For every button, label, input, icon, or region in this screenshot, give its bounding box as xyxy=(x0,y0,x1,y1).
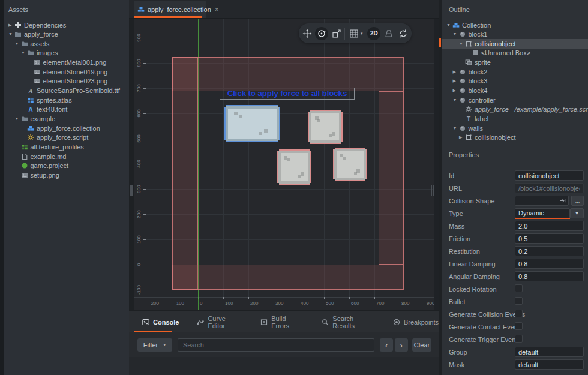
outline-collisionobject[interactable]: ▶collisionobject xyxy=(442,133,588,142)
clear-console-button[interactable]: Clear xyxy=(412,338,431,352)
asset-example[interactable]: ▼example xyxy=(4,114,129,124)
type-dropdown-value[interactable]: Dynamic xyxy=(515,208,570,218)
close-icon[interactable]: × xyxy=(215,5,219,14)
selection-handle[interactable] xyxy=(333,148,335,149)
rotate-tool-button[interactable] xyxy=(315,27,328,40)
checkbox-generate-trigger-events[interactable] xyxy=(515,335,523,343)
input-linear-damping[interactable] xyxy=(515,259,584,269)
asset-images[interactable]: ▼images xyxy=(4,48,129,58)
console-tab-search-results[interactable]: Search Results xyxy=(322,315,375,329)
tab-apply-force-collection[interactable]: apply_force.collection × xyxy=(134,1,206,18)
asset-elementmetal001-png[interactable]: elementMetal001.png xyxy=(4,58,129,67)
selection-handle[interactable] xyxy=(277,149,279,151)
collapse-arrow-icon[interactable]: ▼ xyxy=(8,29,13,39)
outline-collisionobject[interactable]: ▼collisionobject xyxy=(442,39,588,49)
selection-handle[interactable] xyxy=(365,179,367,181)
wall-left[interactable] xyxy=(172,57,198,290)
console-tab-console[interactable]: Console xyxy=(142,319,179,326)
selection-handle[interactable] xyxy=(278,105,280,107)
outline-label[interactable]: Tlabel xyxy=(442,114,588,124)
asset-setup-png[interactable]: setup.png xyxy=(4,170,129,180)
selection-handle[interactable] xyxy=(224,105,226,107)
asset-game-project[interactable]: game.project xyxy=(4,161,129,170)
selection-handle[interactable] xyxy=(365,148,367,149)
collapse-arrow-icon[interactable]: ▼ xyxy=(15,39,19,49)
camera-2d-toggle[interactable]: 2D xyxy=(367,27,380,40)
selection-handle[interactable] xyxy=(333,179,335,181)
console-tab-curve-editor[interactable]: Curve Editor xyxy=(197,315,242,329)
prev-match-button[interactable]: ‹ xyxy=(380,338,393,352)
selection-handle[interactable] xyxy=(278,140,280,142)
asset-text48-font[interactable]: Atext48.font xyxy=(4,104,129,114)
wall-right[interactable] xyxy=(379,91,404,265)
selection-handle[interactable] xyxy=(310,183,311,185)
asset-assets[interactable]: ▼assets xyxy=(4,39,129,49)
asset-example-md[interactable]: example.md xyxy=(4,152,129,161)
move-tool-button[interactable] xyxy=(301,27,314,40)
selection-handle[interactable] xyxy=(224,140,226,142)
selection-handle[interactable] xyxy=(341,110,343,112)
outline-sprite[interactable]: sprite xyxy=(442,58,588,67)
filter-dropdown[interactable]: Filter ▼ xyxy=(137,338,172,352)
input-mass[interactable] xyxy=(515,221,584,231)
outline-apply-force-example-apply-force-script[interactable]: apply_force - /example/apply_force.scrip… xyxy=(442,104,588,114)
selection-handle[interactable] xyxy=(341,142,343,144)
input-mask[interactable] xyxy=(515,359,584,370)
collapse-arrow-icon[interactable]: ▼ xyxy=(453,95,457,105)
console-tab-breakpoints[interactable]: Breakpoints xyxy=(393,319,439,326)
viewport-vertical-scrollbar[interactable] xyxy=(434,19,439,310)
checkbox-bullet[interactable] xyxy=(515,297,523,305)
scrollbar-handle[interactable] xyxy=(431,185,432,196)
input-restitution[interactable] xyxy=(515,246,584,256)
expand-arrow-icon[interactable]: ▶ xyxy=(8,20,11,30)
collapse-arrow-icon[interactable]: ▼ xyxy=(446,20,451,30)
collapse-arrow-icon[interactable]: ▼ xyxy=(453,29,457,39)
scale-tool-button[interactable] xyxy=(330,27,343,40)
outline-block1[interactable]: ▼block1 xyxy=(442,29,588,39)
asset-sourcesanspro-semibold-ttf[interactable]: ASourceSansPro-Semibold.ttf xyxy=(4,86,129,95)
input-id[interactable] xyxy=(515,170,584,181)
selection-handle[interactable] xyxy=(310,149,311,151)
collapse-arrow-icon[interactable]: ▼ xyxy=(15,114,19,124)
selection-handle[interactable] xyxy=(308,142,310,144)
asset-elementstone019-png[interactable]: elementStone019.png xyxy=(4,67,129,77)
grid-options-button[interactable]: ▼ xyxy=(347,27,366,40)
outline-collection[interactable]: ▼Collection xyxy=(442,20,588,30)
asset-elementstone023-png[interactable]: elementStone023.png xyxy=(4,76,129,86)
input-url[interactable] xyxy=(515,183,584,193)
input-friction[interactable] xyxy=(515,233,584,244)
checkbox-generate-collision-events[interactable] xyxy=(515,310,523,317)
reload-resources-button[interactable] xyxy=(397,27,410,40)
collapse-arrow-icon[interactable]: ▼ xyxy=(459,39,463,49)
next-match-button[interactable]: › xyxy=(395,338,408,352)
outline-controller[interactable]: ▼controller xyxy=(442,95,588,105)
outline-block2[interactable]: ▶block2 xyxy=(442,67,588,77)
selection-handle[interactable] xyxy=(277,183,279,185)
collapse-arrow-icon[interactable]: ▼ xyxy=(453,124,457,133)
console-tab-build-errors[interactable]: Build Errors xyxy=(260,315,304,329)
frustum-culling-button[interactable] xyxy=(382,27,395,40)
expand-arrow-icon[interactable]: ▶ xyxy=(453,86,456,95)
browse-resource-button[interactable]: ... xyxy=(571,196,584,206)
asset-sprites-atlas[interactable]: sprites.atlas xyxy=(4,95,129,105)
outline-block4[interactable]: ▶block4 xyxy=(442,86,588,95)
outline-block3[interactable]: ▶block3 xyxy=(442,76,588,86)
scene-label-banner[interactable]: Click to apply force to all blocks xyxy=(220,88,355,100)
block3[interactable] xyxy=(277,149,311,185)
input-group[interactable] xyxy=(515,347,584,357)
expand-arrow-icon[interactable]: ▶ xyxy=(453,67,456,77)
expand-arrow-icon[interactable]: ▶ xyxy=(453,76,456,86)
input-angular-damping[interactable] xyxy=(515,271,584,281)
expand-arrow-icon[interactable]: ▶ xyxy=(459,133,462,142)
scrollbar-handle[interactable] xyxy=(433,185,434,196)
wall-top[interactable] xyxy=(172,57,404,91)
asset-apply-force-collection[interactable]: apply_force.collection xyxy=(4,124,129,133)
checkbox-generate-contact-events[interactable] xyxy=(515,322,523,330)
block2[interactable] xyxy=(308,110,343,144)
asset-apply-force[interactable]: ▼apply_force xyxy=(4,29,129,39)
asset-apply-force-script[interactable]: apply_force.script xyxy=(4,133,129,142)
checkbox-locked-rotation[interactable] xyxy=(515,284,523,292)
block1[interactable] xyxy=(224,105,280,142)
selection-handle[interactable] xyxy=(308,110,310,112)
collapse-arrow-icon[interactable]: ▼ xyxy=(21,48,25,58)
